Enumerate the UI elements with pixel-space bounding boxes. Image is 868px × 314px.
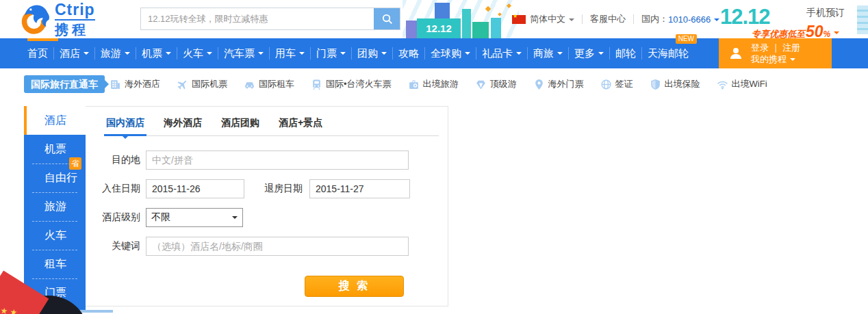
chevron-down-icon xyxy=(516,52,522,57)
international-subnav: 国际旅行直通车 海外酒店国际机票国际租车国际•台湾火车票出境旅游顶级游海外门票签… xyxy=(0,68,868,100)
nav-item-flights[interactable]: 机票 xyxy=(136,47,177,60)
nav-item-label: 全球购 xyxy=(431,47,461,60)
sidebar-item-label: 机票 xyxy=(44,143,66,155)
hotel-search-submit-button[interactable]: 搜 索 xyxy=(305,276,404,297)
tab-hotel-plus-attraction[interactable]: 酒店+景点 xyxy=(279,117,322,129)
login-box[interactable]: 登录 ｜ 注册 我的携程 xyxy=(719,38,832,68)
customer-service-link[interactable]: 客服中心 xyxy=(590,13,626,25)
nav-item-bus-tickets[interactable]: 汽车票 xyxy=(218,47,269,60)
tab-overseas-hotel[interactable]: 海外酒店 xyxy=(164,117,202,129)
tab-domestic-hotel[interactable]: 国内酒店 xyxy=(106,117,144,129)
subnav-item-intl-flights[interactable]: 国际机票 xyxy=(177,78,227,90)
chevron-down-icon xyxy=(834,31,839,37)
search-icon xyxy=(381,13,393,25)
subnav-item-intl-taiwan-train[interactable]: 国际•台湾火车票 xyxy=(311,78,392,90)
sidebar-item-label: 自由行 xyxy=(44,172,77,183)
subnav-item-intl-car-rental[interactable]: 国际租车 xyxy=(244,78,294,90)
logo-text: Ctrip 携程 xyxy=(55,2,95,36)
nav-item-label: 攻略 xyxy=(398,47,419,60)
building-icon xyxy=(110,79,121,90)
sparkle-icon xyxy=(507,3,511,8)
destination-input[interactable] xyxy=(146,151,409,170)
discount-percent: % xyxy=(824,29,831,39)
tab-hotel-group-buy[interactable]: 酒店团购 xyxy=(221,117,259,129)
nav-item-global-shopping[interactable]: 全球购 xyxy=(424,47,476,60)
sidebar-item-train[interactable]: 火车 xyxy=(24,221,86,250)
nav-item-attraction-tickets[interactable]: 门票 xyxy=(310,47,351,60)
header-search-button[interactable] xyxy=(374,8,400,29)
nav-item-label: 商旅 xyxy=(533,47,554,60)
subnav-item-label: 顶级游 xyxy=(490,78,517,90)
nav-item-skysea-cruise[interactable]: 天海邮轮NEW xyxy=(641,47,694,60)
checkout-date-input[interactable] xyxy=(309,179,410,198)
subnav-item-overseas-hotels[interactable]: 海外酒店 xyxy=(110,78,160,90)
nav-item-gift-cards[interactable]: 礼品卡 xyxy=(476,47,527,60)
subnav-item-premium-tours[interactable]: 顶级游 xyxy=(475,78,517,90)
subnav-item-overseas-tickets[interactable]: 海外门票 xyxy=(533,78,584,90)
login-separator: ｜ xyxy=(771,42,780,53)
chevron-down-icon xyxy=(166,52,171,57)
nav-item-trains[interactable]: 火车 xyxy=(177,47,218,60)
dolphin-logo-icon xyxy=(19,2,51,36)
user-icon xyxy=(728,45,744,62)
nav-item-guides[interactable]: 攻略 xyxy=(392,47,424,60)
nav-item-label: 邮轮 xyxy=(615,47,636,60)
sidebar-item-hotel[interactable]: 酒店 xyxy=(24,106,86,135)
main-navigation: 首页酒店旅游机票火车汽车票用车门票团购攻略全球购礼品卡商旅更多邮轮天海邮轮NEW… xyxy=(0,38,868,68)
hotel-search-form: 国内酒店海外酒店酒店团购酒店+景点 目的地 入住日期 退房日期 酒店级别 不限 xyxy=(86,106,448,306)
ctrip-homepage: Ctrip 携程 12.12 简体中 xyxy=(0,0,868,314)
phone-number[interactable]: 1010-6666 xyxy=(668,14,711,25)
subnav-item-outbound-travel[interactable]: 出境旅游 xyxy=(408,78,459,90)
chevron-down-icon xyxy=(465,52,470,57)
register-link[interactable]: 注册 xyxy=(782,42,800,53)
nav-item-home[interactable]: 首页 xyxy=(22,47,53,60)
plane-icon xyxy=(177,79,188,90)
decor-building-right xyxy=(857,5,868,34)
subnav-item-travel-insurance[interactable]: 出境保险 xyxy=(650,78,700,90)
checkin-date-input[interactable] xyxy=(146,179,244,198)
sidebar-item-diy-travel[interactable]: 自由行省 xyxy=(24,163,86,192)
nav-item-group-buy[interactable]: 团购 xyxy=(351,47,392,60)
my-ctrip-link[interactable]: 我的携程 xyxy=(751,53,787,65)
intl-travel-express-badge[interactable]: 国际旅行直通车 xyxy=(24,75,105,93)
nav-item-label: 旅游 xyxy=(101,47,121,60)
top-header: Ctrip 携程 12.12 简体中 xyxy=(0,0,868,38)
nav-item-more[interactable]: 更多 xyxy=(568,47,609,60)
skyline-building xyxy=(491,18,501,38)
nav-item-travel[interactable]: 旅游 xyxy=(94,47,136,60)
chevron-down-icon xyxy=(569,18,574,24)
nav-item-label: 门票 xyxy=(316,47,337,60)
subnav-item-label: 国际机票 xyxy=(192,78,227,90)
nav-item-car-service[interactable]: 用车 xyxy=(269,47,310,60)
sidebar-item-tours[interactable]: 旅游 xyxy=(24,192,86,221)
suitcase-icon xyxy=(408,79,420,90)
divider xyxy=(582,14,583,24)
subnav-items-list: 海外酒店国际机票国际租车国际•台湾火车票出境旅游顶级游海外门票签证出境保险出境W… xyxy=(110,68,767,100)
nav-item-label: 更多 xyxy=(574,47,595,60)
chevron-down-icon xyxy=(381,52,387,57)
sidebar-item-label: 酒店 xyxy=(44,114,66,126)
keyword-label: 关键词 xyxy=(86,240,140,252)
chevron-down-icon xyxy=(714,18,719,24)
nav-item-label: 酒店 xyxy=(60,47,80,60)
promo-1212[interactable]: 12.12 手机预订 专享优惠低至 50 % xyxy=(720,1,860,38)
hotel-star-select[interactable]: 不限 xyxy=(146,208,243,227)
checkin-label: 入住日期 xyxy=(86,183,140,195)
login-text: 登录 ｜ 注册 我的携程 xyxy=(751,42,800,65)
keyword-input[interactable] xyxy=(146,237,409,256)
sidebar-item-car-rental[interactable]: 租车 xyxy=(24,250,86,278)
save-badge: 省 xyxy=(69,157,81,170)
hotel-form-rows: 目的地 入住日期 退房日期 酒店级别 不限 关键词 xyxy=(86,151,448,256)
nav-item-cruises[interactable]: 邮轮 xyxy=(609,47,641,60)
chevron-down-icon xyxy=(340,52,346,57)
ctrip-logo[interactable]: Ctrip 携程 xyxy=(19,2,95,36)
nav-item-business-travel[interactable]: 商旅 xyxy=(527,47,568,60)
nav-item-hotels[interactable]: 酒店 xyxy=(53,47,94,60)
subnav-item-visa[interactable]: 签证 xyxy=(600,78,633,90)
skyline-building xyxy=(462,9,471,38)
language-selector[interactable]: 简体中文 xyxy=(530,13,565,25)
login-link[interactable]: 登录 xyxy=(751,42,769,53)
subnav-item-outbound-wifi[interactable]: 出境WiFi xyxy=(717,78,767,90)
header-search-input[interactable] xyxy=(141,8,374,29)
new-badge: NEW xyxy=(676,34,697,44)
